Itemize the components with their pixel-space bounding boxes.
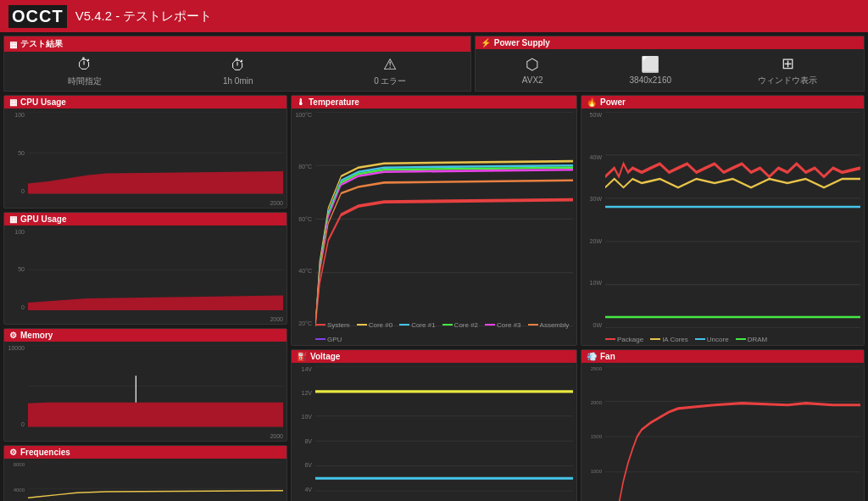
power-body: 50W 40W 30W 20W 10W 0W	[581, 109, 864, 345]
temp-core2-dot	[442, 324, 453, 326]
power-chart-icon: 🔥	[587, 97, 597, 107]
gpu-usage-chart	[28, 229, 283, 311]
fan-y-labels: 2500 2000 1500 1000 500 0	[581, 366, 604, 501]
voltage-body: 14V 12V 10V 8V 6V 4V 2V 0V	[292, 363, 576, 501]
temp-icon: 🌡	[297, 97, 305, 107]
temp-legend-core1: Core #1	[399, 321, 435, 329]
cpu-usage-body: 100 50 0 2000	[4, 109, 287, 208]
test-item-1-label: 1h 0min	[223, 76, 253, 86]
svg-marker-3	[28, 171, 283, 194]
temp-legend-assembly: Assembly	[528, 321, 570, 329]
temp-system-dot	[315, 324, 326, 326]
fan-title: 💨 Fan	[581, 350, 864, 363]
temp-legend-gpu: GPU	[315, 336, 342, 343]
gpu-usage-title: ▦ GPU Usage	[4, 213, 287, 225]
clock-icon: ⏱	[231, 57, 246, 75]
frequencies-title: ⚙ Frequencies	[4, 446, 287, 459]
voltage-chart	[315, 366, 573, 501]
memory-y-labels: 10000 0	[4, 345, 26, 427]
frequencies-chart	[28, 462, 283, 501]
error-icon: ⚠	[383, 55, 397, 74]
power-uncore-dot	[695, 338, 705, 340]
power-legend: Package IA Cores Uncore DRAM	[605, 336, 767, 343]
power-panel: 🔥 Power 50W 40W 30W 20W 10W 0W	[581, 95, 865, 346]
freq-y-labels: 6000 4000 2000 0	[4, 462, 26, 501]
svg-marker-7	[28, 295, 283, 310]
power-ia-dot	[650, 338, 660, 340]
test-bar-items: ⏱ 時間指定 ⏱ 1h 0min ⚠ 0 エラー	[4, 52, 470, 91]
test-item-1: ⏱ 1h 0min	[223, 57, 253, 86]
top-bar: ▦ テスト結果 ⏱ 時間指定 ⏱ 1h 0min ⚠ 0 エラー	[3, 36, 865, 92]
cpu-usage-panel: ▦ CPU Usage 100 50 0	[3, 95, 287, 209]
test-bar-panel: ▦ テスト結果 ⏱ 時間指定 ⏱ 1h 0min ⚠ 0 エラー	[3, 36, 471, 92]
temp-legend-system: System	[315, 321, 350, 329]
memory-chart	[28, 345, 283, 427]
frequencies-panel: ⚙ Frequencies 6000 4000 2000 0	[3, 445, 287, 501]
power-bar-items: ⬡ AVX2 ⬜ 3840x2160 ⊞ ウィンドウ表示	[476, 49, 864, 91]
temp-assembly-dot	[528, 324, 538, 326]
temp-legend-core0: Core #0	[357, 321, 392, 329]
logo: OCCT	[8, 5, 67, 28]
cpu-usage-title: ▦ CPU Usage	[4, 96, 287, 109]
temp-core0-dot	[357, 324, 367, 326]
temp-core1-dot	[399, 324, 409, 326]
power-legend-dram: DRAM	[736, 336, 768, 343]
freq-icon: ⚙	[9, 448, 17, 457]
temperature-title: 🌡 Temperature	[292, 96, 576, 109]
power-legend-ia: IA Cores	[650, 336, 688, 343]
right-column: 🔥 Power 50W 40W 30W 20W 10W 0W	[581, 95, 865, 501]
main-content: ▦ テスト結果 ⏱ 時間指定 ⏱ 1h 0min ⚠ 0 エラー	[0, 32, 868, 501]
power-icon: ⚡	[481, 38, 491, 47]
charts-area: ▦ CPU Usage 100 50 0	[3, 95, 865, 501]
logo-text: OCCT	[12, 7, 64, 25]
gpu-usage-panel: ▦ GPU Usage 100 50 0	[3, 212, 287, 326]
voltage-panel: ⛽ Voltage 14V 12V 10V 8V 6V 4V 2V 0V	[291, 349, 577, 501]
cpu-icon: ▦	[9, 97, 17, 107]
power-legend-package: Package	[605, 336, 643, 343]
power-item-0: ⬡ AVX2	[522, 55, 543, 85]
memory-panel: ⚙ Memory 10000 0	[3, 328, 287, 442]
window-icon: ⊞	[782, 54, 794, 73]
cpu-usage-chart	[28, 112, 283, 194]
test-item-0: ⏱ 時間指定	[68, 56, 102, 87]
power-bar-panel: ⚡ Power Supply ⬡ AVX2 ⬜ 3840x2160 ⊞ ウィンド…	[475, 36, 865, 92]
voltage-title: ⛽ Voltage	[292, 350, 576, 363]
power-dram-dot	[736, 338, 746, 340]
power-legend-uncore: Uncore	[695, 336, 729, 343]
cpu-x-labels: 2000	[28, 200, 283, 206]
voltage-y-labels: 14V 12V 10V 8V 6V 4V 2V 0V	[292, 366, 314, 501]
power-chart	[605, 112, 860, 328]
temperature-chart	[315, 112, 573, 326]
header: OCCT V5.4.2 - テストレポート	[0, 0, 868, 32]
test-item-2-label: 0 エラー	[374, 75, 406, 87]
temp-y-labels: 100°C 80°C 60°C 40°C 20°C	[292, 112, 314, 326]
frequencies-body: 6000 4000 2000 0	[4, 459, 287, 501]
test-bar-header: ▦ テスト結果	[4, 36, 470, 52]
temp-legend: System Core #0 Core #1 Core #2	[315, 321, 576, 343]
temp-core3-dot	[485, 324, 495, 326]
timer-icon: ⏱	[77, 56, 92, 74]
temperature-panel: 🌡 Temperature 100°C 80°C 60°C 40°C 20°C	[291, 95, 577, 346]
power-item-2: ⊞ ウィンドウ表示	[758, 54, 817, 86]
test-bar-label: テスト結果	[20, 38, 63, 50]
memory-icon: ⚙	[9, 331, 17, 340]
fan-body: 2500 2000 1500 1000 500 0	[581, 363, 864, 501]
voltage-icon: ⛽	[297, 352, 307, 361]
test-item-0-label: 時間指定	[68, 75, 102, 87]
resolution-icon: ⬜	[641, 55, 659, 74]
power-bar-header: ⚡ Power Supply	[476, 36, 864, 49]
power-item-1-label: 3840x2160	[630, 75, 672, 85]
gpu-y-labels: 100 50 0	[4, 229, 26, 311]
test-icon: ▦	[9, 40, 17, 49]
memory-title: ⚙ Memory	[4, 329, 287, 342]
temp-legend-core2: Core #2	[442, 321, 478, 329]
gpu-x-labels: 2000	[28, 316, 283, 322]
power-bar-label: Power Supply	[494, 38, 550, 47]
power-item-0-label: AVX2	[522, 75, 543, 85]
test-item-2: ⚠ 0 エラー	[374, 55, 406, 87]
cpu-y-labels: 100 50 0	[4, 112, 26, 194]
power-item-1: ⬜ 3840x2160	[630, 55, 672, 85]
svg-marker-11	[28, 403, 283, 427]
mid-column: 🌡 Temperature 100°C 80°C 60°C 40°C 20°C	[291, 95, 577, 501]
memory-x-labels: 2000	[28, 433, 283, 439]
